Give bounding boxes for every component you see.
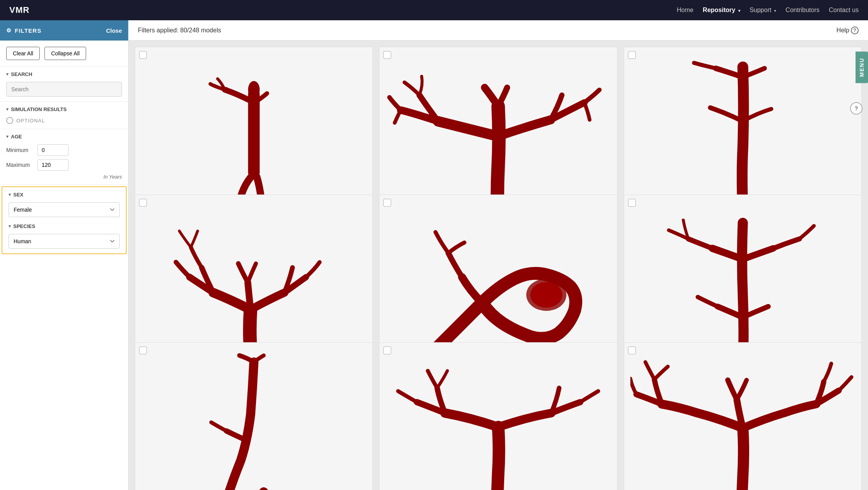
model-card: [135, 342, 373, 490]
age-max-label: Maximum: [6, 162, 34, 168]
clear-all-button[interactable]: Clear All: [6, 47, 40, 60]
filter-section-sex: ▾ SEX Female Male Unknown: [9, 192, 120, 217]
filter-section-simulation: ▾ SIMULATION RESULTS OPTIONAL: [0, 102, 128, 129]
chevron-down-icon: ▾: [774, 9, 776, 13]
sex-section-header[interactable]: ▾ SEX: [9, 192, 120, 198]
age-section-label: AGE: [11, 134, 22, 140]
simulation-option: OPTIONAL: [6, 117, 122, 124]
age-unit-label: In Years: [6, 174, 122, 180]
navbar: VMR Home Repository ▾ Support ▾ Contribu…: [0, 0, 868, 20]
model-image: [141, 349, 366, 490]
chevron-down-icon: ▾: [738, 9, 740, 13]
nav-repository[interactable]: Repository ▾: [703, 7, 740, 14]
search-input[interactable]: [6, 82, 122, 97]
age-section-header[interactable]: ▾ AGE: [6, 134, 122, 140]
search-section-header[interactable]: ▾ SEARCH: [6, 71, 122, 77]
filter-section-search: ▾ SEARCH: [0, 67, 128, 102]
search-section-label: SEARCH: [11, 71, 32, 77]
model-checkbox[interactable]: [139, 199, 147, 207]
sidebar-title-text: FILTERS: [15, 27, 41, 34]
nav-links: Home Repository ▾ Support ▾ Contributors…: [677, 7, 859, 14]
chevron-down-icon: ▾: [6, 72, 9, 77]
content-area: Filters applied: 80/248 models Help ? ME…: [129, 20, 868, 490]
brand-logo: VMR: [9, 5, 30, 15]
simulation-section-label: SIMULATION RESULTS: [11, 106, 67, 112]
model-checkbox[interactable]: [139, 347, 147, 354]
model-card: [379, 342, 617, 490]
model-checkbox[interactable]: [139, 51, 147, 59]
collapse-all-button[interactable]: Collapse All: [44, 47, 86, 60]
menu-tab[interactable]: MENU: [856, 51, 868, 83]
model-checkbox[interactable]: [628, 199, 636, 207]
content-header: Filters applied: 80/248 models Help ?: [129, 20, 868, 41]
sidebar-header: ⚙ FILTERS Close: [0, 20, 128, 41]
model-checkbox[interactable]: [628, 51, 636, 59]
species-select[interactable]: Human Animal Unknown: [9, 234, 120, 249]
model-checkbox[interactable]: [383, 347, 391, 354]
filter-section-species: ▾ SPECIES Human Animal Unknown: [9, 223, 120, 249]
model-card: [624, 342, 862, 490]
model-image: [386, 349, 610, 490]
nav-contact[interactable]: Contact us: [829, 7, 859, 14]
species-section-header[interactable]: ▾ SPECIES: [9, 223, 120, 229]
help-button[interactable]: Help ?: [836, 27, 859, 34]
sex-select[interactable]: Female Male Unknown: [9, 202, 120, 217]
model-image: [630, 349, 855, 490]
simulation-option-label: OPTIONAL: [16, 118, 45, 124]
model-checkbox[interactable]: [383, 199, 391, 207]
chevron-down-icon: ▾: [6, 134, 9, 139]
age-min-input[interactable]: [37, 144, 69, 156]
nav-contributors[interactable]: Contributors: [785, 7, 819, 14]
filter-section-age: ▾ AGE Minimum Maximum In Years: [0, 129, 128, 185]
svg-point-3: [530, 282, 562, 308]
help-circle-icon: ?: [851, 27, 859, 34]
chevron-down-icon: ▾: [9, 192, 11, 197]
nav-home[interactable]: Home: [677, 7, 693, 14]
chevron-down-icon: ▾: [6, 107, 9, 112]
nav-support[interactable]: Support ▾: [750, 7, 776, 14]
simulation-radio[interactable]: [6, 117, 13, 124]
sidebar-title: ⚙ FILTERS: [6, 27, 41, 34]
filter-icon: ⚙: [6, 27, 12, 34]
sidebar: ⚙ FILTERS Close Clear All Collapse All ▾…: [0, 20, 129, 490]
species-section-label: SPECIES: [13, 223, 35, 229]
age-max-row: Maximum: [6, 159, 122, 171]
simulation-section-header[interactable]: ▾ SIMULATION RESULTS: [6, 106, 122, 112]
close-sidebar-button[interactable]: Close: [106, 27, 122, 34]
chevron-down-icon: ▾: [9, 224, 11, 229]
sidebar-scroll: ▾ SEARCH ▾ SIMULATION RESULTS OPTIONAL: [0, 67, 128, 490]
model-checkbox[interactable]: [628, 347, 636, 354]
sidebar-actions: Clear All Collapse All: [0, 41, 128, 67]
filters-applied-label: Filters applied: 80/248 models: [138, 27, 221, 34]
sex-section-label: SEX: [13, 192, 23, 198]
model-checkbox[interactable]: [383, 51, 391, 59]
age-min-label: Minimum: [6, 147, 34, 153]
help-label: Help: [836, 27, 849, 34]
age-max-input[interactable]: [37, 159, 69, 171]
main-layout: ⚙ FILTERS Close Clear All Collapse All ▾…: [0, 20, 868, 490]
age-min-row: Minimum: [6, 144, 122, 156]
side-help-icon[interactable]: ?: [850, 102, 863, 115]
models-grid: [129, 41, 868, 490]
filter-section-sex-species-highlighted: ▾ SEX Female Male Unknown ▾ SPECIES: [2, 186, 127, 254]
